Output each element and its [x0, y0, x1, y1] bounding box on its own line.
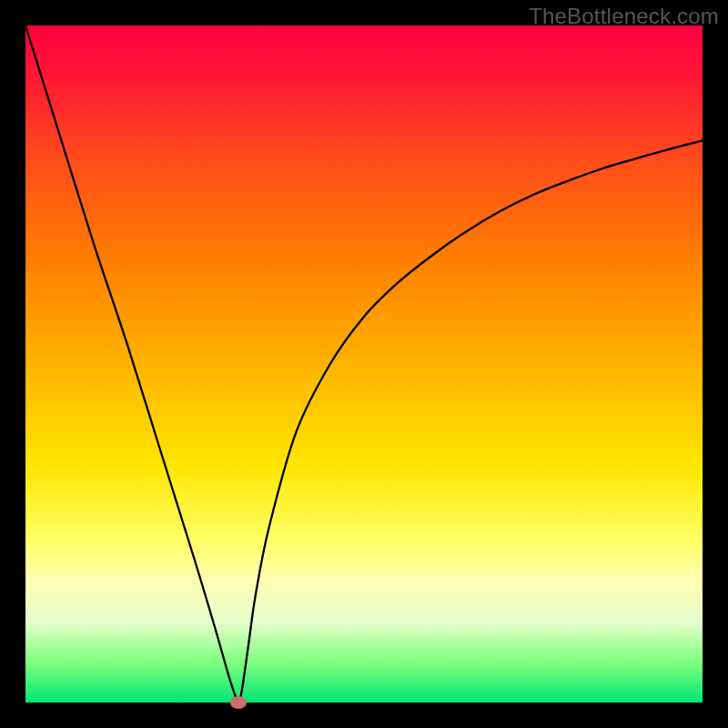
min-point-marker — [230, 696, 247, 709]
plot-area — [25, 25, 703, 703]
watermark-text: TheBottleneck.com — [529, 4, 719, 29]
curve-svg — [25, 25, 703, 703]
chart-frame: TheBottleneck.com — [0, 0, 728, 728]
bottleneck-curve — [25, 25, 703, 703]
